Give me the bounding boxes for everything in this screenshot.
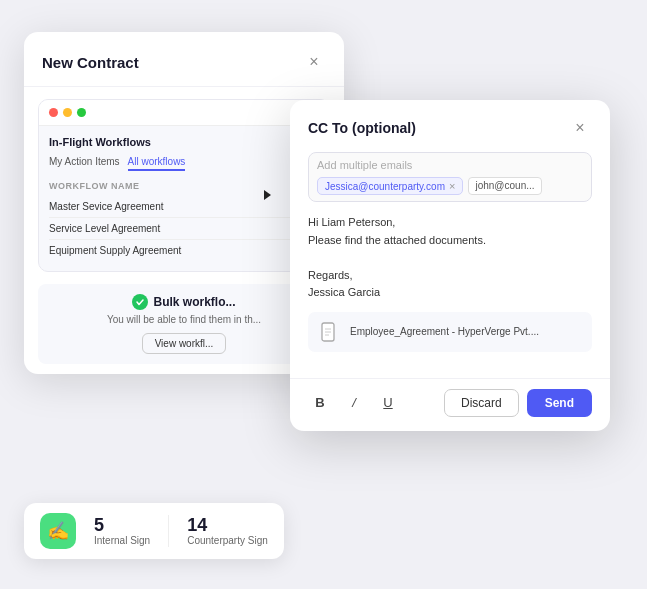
tab-all-workflows[interactable]: All workflows: [128, 154, 186, 171]
underline-button[interactable]: U: [376, 391, 400, 415]
cc-modal-footer: B / U Discard Send: [290, 378, 610, 431]
wf-row-3[interactable]: Equipment Supply Agreement: [49, 240, 319, 261]
view-workflows-button[interactable]: View workfl...: [142, 333, 227, 354]
panel-titlebar: [39, 100, 329, 126]
email-input-placeholder: Add multiple emails: [317, 159, 583, 171]
dot-red: [49, 108, 58, 117]
stat-divider: [168, 515, 169, 547]
workflow-tabs: My Action Items All workflows: [49, 154, 319, 171]
attachment-file-icon: [318, 320, 342, 344]
bulk-title: Bulk workflo...: [50, 294, 318, 310]
email-input-area[interactable]: Add multiple emails Jessica@counterparty…: [308, 152, 592, 202]
cc-sign2: Jessica Garcia: [308, 284, 592, 302]
counterparty-sign-number: 14: [187, 516, 207, 536]
modal-header: New Contract ×: [24, 32, 344, 87]
stats-icon: ✍: [40, 513, 76, 549]
cc-body: Please find the attached documents.: [308, 232, 592, 250]
stat-counterparty-sign: 14 Counterparty Sign: [187, 516, 268, 547]
send-button[interactable]: Send: [527, 389, 592, 417]
bold-button[interactable]: B: [308, 391, 332, 415]
email-tag-jessica-text: Jessica@counterparty.com: [325, 181, 445, 192]
new-contract-close-button[interactable]: ×: [302, 50, 326, 74]
bulk-check-icon: [132, 294, 148, 310]
workflow-section-title: In-Flight Workflows: [49, 136, 319, 148]
cc-modal: CC To (optional) × Add multiple emails J…: [290, 100, 610, 431]
attachment-name: Employee_Agreement - HyperVerge Pvt....: [350, 326, 539, 337]
bulk-banner: Bulk workflo... You will be able to find…: [38, 284, 330, 364]
attachment-row: Employee_Agreement - HyperVerge Pvt....: [308, 312, 592, 352]
dot-yellow: [63, 108, 72, 117]
email-tags: Jessica@counterparty.com × john@coun...: [317, 177, 583, 195]
cc-modal-title: CC To (optional): [308, 120, 416, 136]
cc-modal-header: CC To (optional) ×: [290, 100, 610, 152]
cursor-arrow: [264, 190, 271, 200]
email-tag-jessica-remove[interactable]: ×: [449, 180, 455, 192]
email-tag-jessica[interactable]: Jessica@counterparty.com ×: [317, 177, 463, 195]
wf-row-1[interactable]: Master Sevice Agreement: [49, 196, 319, 218]
wf-row-2[interactable]: Service Level Agreement: [49, 218, 319, 240]
cc-message: Hi Liam Peterson, Please find the attach…: [308, 214, 592, 302]
bulk-description: You will be able to find them in th...: [50, 314, 318, 325]
workflow-panel-body: In-Flight Workflows My Action Items All …: [39, 126, 329, 271]
checkmark-icon: [135, 297, 145, 307]
cc-modal-close-button[interactable]: ×: [568, 116, 592, 140]
wf-column-header: WORKFLOW NAME: [49, 181, 319, 191]
tab-my-action-items[interactable]: My Action Items: [49, 154, 120, 171]
counterparty-sign-label: Counterparty Sign: [187, 535, 268, 546]
workflow-panel: In-Flight Workflows My Action Items All …: [38, 99, 330, 272]
internal-sign-number: 5: [94, 516, 104, 536]
cc-sign1: Regards,: [308, 267, 592, 285]
cc-modal-body: Add multiple emails Jessica@counterparty…: [290, 152, 610, 378]
cc-greeting: Hi Liam Peterson,: [308, 214, 592, 232]
stat-internal-sign: 5 Internal Sign: [94, 516, 150, 547]
discard-button[interactable]: Discard: [444, 389, 519, 417]
internal-sign-label: Internal Sign: [94, 535, 150, 546]
italic-button[interactable]: /: [342, 391, 366, 415]
action-buttons: Discard Send: [444, 389, 592, 417]
format-buttons: B / U: [308, 391, 400, 415]
dot-green: [77, 108, 86, 117]
modal-title: New Contract: [42, 54, 139, 71]
email-tag-john[interactable]: john@coun...: [468, 177, 541, 195]
stats-bar: ✍ 5 Internal Sign 14 Counterparty Sign: [24, 503, 284, 559]
